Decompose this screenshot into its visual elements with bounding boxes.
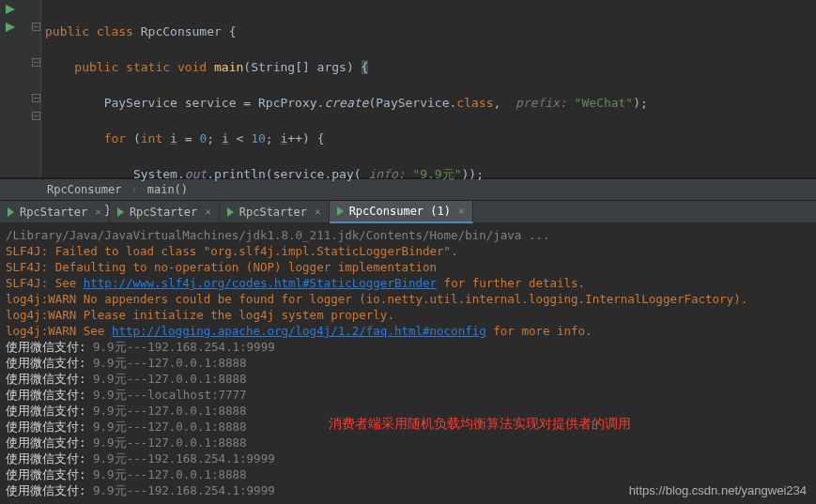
fold-toggle-icon[interactable]: – xyxy=(32,94,40,102)
tab-rpcstarter[interactable]: RpcStarter ✕ xyxy=(220,201,330,223)
svg-marker-0 xyxy=(6,5,15,14)
tab-label: RpcStarter xyxy=(239,206,307,219)
play-icon xyxy=(117,207,124,217)
fold-toggle-icon[interactable]: – xyxy=(32,112,40,120)
link[interactable]: http://logging.apache.org/log4j/1.2/faq.… xyxy=(112,324,486,338)
close-icon[interactable]: ✕ xyxy=(205,206,211,218)
editor-pane: – – – – public class RpcConsumer { publi… xyxy=(0,0,816,178)
play-icon xyxy=(8,207,14,217)
close-icon[interactable]: ✕ xyxy=(315,206,321,218)
link[interactable]: http://www.slf4j.org/codes.html#StaticLo… xyxy=(84,276,437,290)
gutter: – – – – xyxy=(0,0,41,177)
run-icon[interactable] xyxy=(6,5,15,14)
close-icon[interactable]: ✕ xyxy=(458,205,465,217)
console-output-line: 使用微信支付: 9.9元---localhost:7777 xyxy=(6,387,810,403)
fold-toggle-icon[interactable]: – xyxy=(32,23,40,31)
console-output-line: 使用微信支付: 9.9元---192.168.254.1:9999 xyxy=(6,339,810,355)
watermark: https://blog.csdn.net/yangwei234 xyxy=(629,482,807,498)
fold-toggle-icon[interactable]: – xyxy=(32,58,40,67)
run-icon[interactable] xyxy=(6,23,15,32)
console-output-line: 使用微信支付: 9.9元---127.0.0.1:8888 xyxy=(6,371,810,387)
code-editor[interactable]: public class RpcConsumer { public static… xyxy=(41,0,816,177)
tab-rpcstarter[interactable]: RpcStarter ✕ xyxy=(110,201,220,223)
tab-label: RpcStarter xyxy=(20,206,87,219)
console-line: SLF4J: See http://www.slf4j.org/codes.ht… xyxy=(6,275,810,291)
breadcrumb-item[interactable]: main() xyxy=(147,183,188,196)
console-output-line: 使用微信支付: 9.9元---127.0.0.1:8888 xyxy=(6,355,810,371)
console-output-line: 使用微信支付: 9.9元---127.0.0.1:8888 xyxy=(6,435,810,451)
tab-label: RpcStarter xyxy=(130,206,197,219)
breadcrumb-item[interactable]: RpcConsumer xyxy=(47,183,121,196)
play-icon xyxy=(227,207,234,217)
svg-marker-1 xyxy=(6,23,15,32)
console-line: SLF4J: Defaulting to no-operation (NOP) … xyxy=(6,259,810,275)
console-output-line: 使用微信支付: 9.9元---127.0.0.1:8888 xyxy=(6,466,810,482)
tab-label: RpcConsumer (1) xyxy=(349,205,451,218)
console-line: log4j:WARN No appenders could be found f… xyxy=(6,291,810,307)
console-line: log4j:WARN See http://logging.apache.org… xyxy=(6,323,810,339)
console-output-line: 使用微信支付: 9.9元---192.168.254.1:9999 xyxy=(6,451,810,466)
play-icon xyxy=(337,206,344,216)
console-line: log4j:WARN Please initialize the log4j s… xyxy=(6,307,810,323)
console-line: /Library/Java/JavaVirtualMachines/jdk1.8… xyxy=(6,227,810,243)
console-line: SLF4J: Failed to load class "org.slf4j.i… xyxy=(6,243,810,259)
tab-rpcconsumer[interactable]: RpcConsumer (1) ✕ xyxy=(330,201,473,223)
close-icon[interactable]: ✕ xyxy=(95,206,101,218)
console-output[interactable]: /Library/Java/JavaVirtualMachines/jdk1.8… xyxy=(0,223,816,504)
tab-rpcstarter[interactable]: RpcStarter ✕ xyxy=(0,201,110,223)
breadcrumb-separator-icon: › xyxy=(131,183,137,196)
annotation-text: 消费者端采用随机负载均衡算法实现对提供者的调用 xyxy=(329,416,631,432)
